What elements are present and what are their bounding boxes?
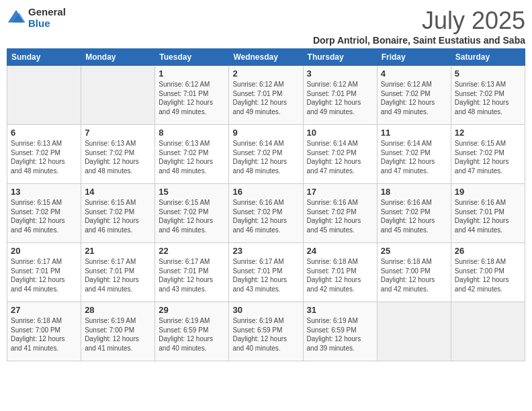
day-info: Sunrise: 6:16 AM Sunset: 7:02 PM Dayligh… xyxy=(232,198,299,234)
calendar-cell: 22Sunrise: 6:17 AM Sunset: 7:01 PM Dayli… xyxy=(155,243,229,302)
week-row-2: 6Sunrise: 6:13 AM Sunset: 7:02 PM Daylig… xyxy=(7,125,525,184)
day-number: 7 xyxy=(85,128,151,138)
calendar-cell: 3Sunrise: 6:12 AM Sunset: 7:01 PM Daylig… xyxy=(303,66,377,125)
day-info: Sunrise: 6:13 AM Sunset: 7:02 PM Dayligh… xyxy=(11,139,77,175)
week-row-4: 20Sunrise: 6:17 AM Sunset: 7:01 PM Dayli… xyxy=(7,243,525,302)
month-title: July 2025 xyxy=(313,7,525,35)
calendar-cell: 23Sunrise: 6:17 AM Sunset: 7:01 PM Dayli… xyxy=(229,243,303,302)
calendar-cell: 21Sunrise: 6:17 AM Sunset: 7:01 PM Dayli… xyxy=(81,243,155,302)
week-row-5: 27Sunrise: 6:18 AM Sunset: 7:00 PM Dayli… xyxy=(7,302,525,361)
day-number: 30 xyxy=(232,305,299,315)
calendar-cell: 14Sunrise: 6:15 AM Sunset: 7:02 PM Dayli… xyxy=(81,184,155,243)
logo-icon xyxy=(7,9,26,28)
day-info: Sunrise: 6:15 AM Sunset: 7:02 PM Dayligh… xyxy=(455,139,521,175)
day-info: Sunrise: 6:13 AM Sunset: 7:02 PM Dayligh… xyxy=(159,139,225,175)
logo-blue: Blue xyxy=(28,18,66,30)
calendar-cell: 7Sunrise: 6:13 AM Sunset: 7:02 PM Daylig… xyxy=(81,125,155,184)
day-info: Sunrise: 6:14 AM Sunset: 7:02 PM Dayligh… xyxy=(307,139,373,175)
day-info: Sunrise: 6:17 AM Sunset: 7:01 PM Dayligh… xyxy=(85,257,151,293)
title-section: July 2025 Dorp Antriol, Bonaire, Saint E… xyxy=(313,7,525,46)
day-number: 5 xyxy=(455,68,521,79)
day-info: Sunrise: 6:19 AM Sunset: 6:59 PM Dayligh… xyxy=(232,316,299,353)
calendar-cell: 12Sunrise: 6:15 AM Sunset: 7:02 PM Dayli… xyxy=(451,125,525,184)
calendar-cell: 17Sunrise: 6:16 AM Sunset: 7:02 PM Dayli… xyxy=(303,184,377,243)
calendar-cell: 27Sunrise: 6:18 AM Sunset: 7:00 PM Dayli… xyxy=(7,302,81,361)
calendar-cell: 10Sunrise: 6:14 AM Sunset: 7:02 PM Dayli… xyxy=(303,125,377,184)
calendar-cell: 15Sunrise: 6:15 AM Sunset: 7:02 PM Dayli… xyxy=(155,184,229,243)
day-number: 28 xyxy=(85,305,151,315)
location-title: Dorp Antriol, Bonaire, Saint Eustatius a… xyxy=(313,35,525,46)
day-number: 15 xyxy=(159,187,225,197)
day-info: Sunrise: 6:17 AM Sunset: 7:01 PM Dayligh… xyxy=(232,257,299,293)
calendar-cell: 1Sunrise: 6:12 AM Sunset: 7:01 PM Daylig… xyxy=(155,66,229,125)
day-info: Sunrise: 6:15 AM Sunset: 7:02 PM Dayligh… xyxy=(11,198,77,234)
calendar-cell: 24Sunrise: 6:18 AM Sunset: 7:01 PM Dayli… xyxy=(303,243,377,302)
calendar-cell: 9Sunrise: 6:14 AM Sunset: 7:02 PM Daylig… xyxy=(229,125,303,184)
day-info: Sunrise: 6:19 AM Sunset: 7:00 PM Dayligh… xyxy=(85,316,151,353)
day-info: Sunrise: 6:12 AM Sunset: 7:01 PM Dayligh… xyxy=(307,80,373,116)
day-info: Sunrise: 6:12 AM Sunset: 7:02 PM Dayligh… xyxy=(381,80,447,116)
calendar-cell xyxy=(81,66,155,125)
day-info: Sunrise: 6:13 AM Sunset: 7:02 PM Dayligh… xyxy=(455,80,521,116)
day-info: Sunrise: 6:19 AM Sunset: 6:59 PM Dayligh… xyxy=(307,316,373,353)
day-number: 6 xyxy=(11,128,77,138)
day-info: Sunrise: 6:14 AM Sunset: 7:02 PM Dayligh… xyxy=(381,139,447,175)
day-number: 27 xyxy=(11,305,77,315)
col-header-wednesday: Wednesday xyxy=(229,49,303,66)
calendar-cell: 20Sunrise: 6:17 AM Sunset: 7:01 PM Dayli… xyxy=(7,243,81,302)
calendar-cell: 28Sunrise: 6:19 AM Sunset: 7:00 PM Dayli… xyxy=(81,302,155,361)
day-number: 1 xyxy=(159,68,225,79)
col-header-tuesday: Tuesday xyxy=(155,49,229,66)
calendar-cell: 5Sunrise: 6:13 AM Sunset: 7:02 PM Daylig… xyxy=(451,66,525,125)
day-info: Sunrise: 6:18 AM Sunset: 7:01 PM Dayligh… xyxy=(307,257,373,293)
logo: General Blue xyxy=(7,7,66,29)
calendar-cell: 4Sunrise: 6:12 AM Sunset: 7:02 PM Daylig… xyxy=(377,66,451,125)
day-info: Sunrise: 6:18 AM Sunset: 7:00 PM Dayligh… xyxy=(455,257,521,293)
col-header-thursday: Thursday xyxy=(303,49,377,66)
calendar-cell xyxy=(7,66,81,125)
day-info: Sunrise: 6:12 AM Sunset: 7:01 PM Dayligh… xyxy=(159,80,225,116)
day-number: 21 xyxy=(85,246,151,256)
calendar-cell: 8Sunrise: 6:13 AM Sunset: 7:02 PM Daylig… xyxy=(155,125,229,184)
day-number: 9 xyxy=(232,128,299,138)
day-number: 8 xyxy=(159,128,225,138)
calendar-cell: 19Sunrise: 6:16 AM Sunset: 7:01 PM Dayli… xyxy=(451,184,525,243)
day-info: Sunrise: 6:16 AM Sunset: 7:02 PM Dayligh… xyxy=(307,198,373,234)
day-number: 26 xyxy=(455,246,521,256)
logo-general: General xyxy=(28,7,66,18)
calendar-cell: 16Sunrise: 6:16 AM Sunset: 7:02 PM Dayli… xyxy=(229,184,303,243)
day-info: Sunrise: 6:15 AM Sunset: 7:02 PM Dayligh… xyxy=(85,198,151,234)
day-number: 10 xyxy=(307,128,373,138)
day-number: 31 xyxy=(307,305,373,315)
calendar-cell: 18Sunrise: 6:16 AM Sunset: 7:02 PM Dayli… xyxy=(377,184,451,243)
day-number: 20 xyxy=(11,246,77,256)
calendar-cell: 11Sunrise: 6:14 AM Sunset: 7:02 PM Dayli… xyxy=(377,125,451,184)
day-number: 4 xyxy=(381,68,447,79)
day-number: 25 xyxy=(381,246,447,256)
col-header-monday: Monday xyxy=(81,49,155,66)
calendar-table: SundayMondayTuesdayWednesdayThursdayFrid… xyxy=(7,48,525,361)
day-number: 16 xyxy=(232,187,299,197)
col-header-friday: Friday xyxy=(377,49,451,66)
day-info: Sunrise: 6:12 AM Sunset: 7:01 PM Dayligh… xyxy=(232,80,299,116)
calendar-cell: 29Sunrise: 6:19 AM Sunset: 6:59 PM Dayli… xyxy=(155,302,229,361)
week-row-1: 1Sunrise: 6:12 AM Sunset: 7:01 PM Daylig… xyxy=(7,66,525,125)
logo-text: General Blue xyxy=(28,7,66,29)
day-info: Sunrise: 6:13 AM Sunset: 7:02 PM Dayligh… xyxy=(85,139,151,175)
calendar-cell: 25Sunrise: 6:18 AM Sunset: 7:00 PM Dayli… xyxy=(377,243,451,302)
day-number: 22 xyxy=(159,246,225,256)
calendar-cell: 31Sunrise: 6:19 AM Sunset: 6:59 PM Dayli… xyxy=(303,302,377,361)
day-number: 11 xyxy=(381,128,447,138)
col-header-saturday: Saturday xyxy=(451,49,525,66)
day-number: 24 xyxy=(307,246,373,256)
day-info: Sunrise: 6:18 AM Sunset: 7:00 PM Dayligh… xyxy=(381,257,447,293)
day-info: Sunrise: 6:17 AM Sunset: 7:01 PM Dayligh… xyxy=(159,257,225,293)
day-info: Sunrise: 6:14 AM Sunset: 7:02 PM Dayligh… xyxy=(232,139,299,175)
day-number: 3 xyxy=(307,68,373,79)
col-header-sunday: Sunday xyxy=(7,49,81,66)
calendar-cell xyxy=(451,302,525,361)
calendar-cell: 13Sunrise: 6:15 AM Sunset: 7:02 PM Dayli… xyxy=(7,184,81,243)
page-header: General Blue July 2025 Dorp Antriol, Bon… xyxy=(7,7,525,46)
day-number: 14 xyxy=(85,187,151,197)
day-info: Sunrise: 6:15 AM Sunset: 7:02 PM Dayligh… xyxy=(159,198,225,234)
